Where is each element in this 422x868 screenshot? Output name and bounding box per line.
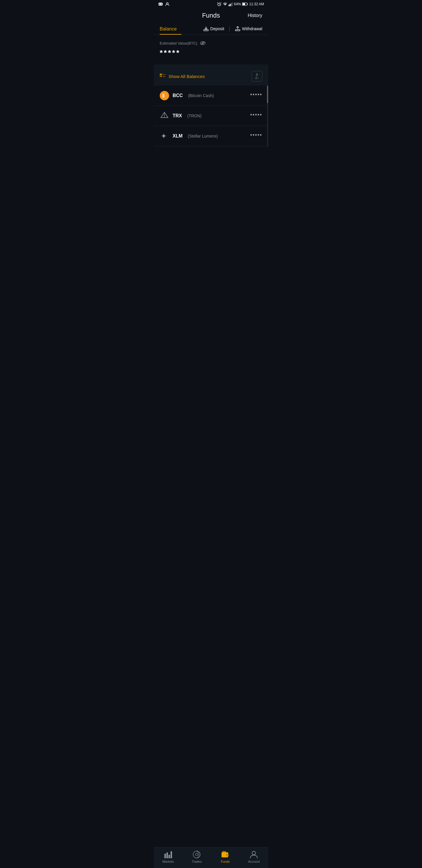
funds-icon xyxy=(221,850,229,859)
svg-rect-17 xyxy=(160,73,162,75)
trades-icon xyxy=(193,850,201,859)
trx-balance: ***** xyxy=(250,113,262,119)
balance-list-icon xyxy=(160,73,166,79)
svg-text:✦: ✦ xyxy=(161,132,166,140)
markets-chart-icon xyxy=(164,851,172,858)
scrollbar-thumb xyxy=(267,86,268,103)
estimated-label: Estimated Value(BTC) xyxy=(160,41,262,45)
coin-item-trx[interactable]: TRX (TRON) ***** xyxy=(154,106,268,126)
svg-point-34 xyxy=(227,855,228,856)
trades-chart-icon xyxy=(193,850,201,859)
bitcoin-cash-logo: ₿ xyxy=(161,93,167,98)
svg-rect-19 xyxy=(163,74,166,75)
bcc-balance: ***** xyxy=(250,93,262,98)
svg-rect-27 xyxy=(168,855,170,858)
account-person-icon xyxy=(250,850,258,859)
xlm-symbol: XLM xyxy=(173,133,183,139)
toggle-visibility-icon[interactable] xyxy=(200,41,206,45)
account-label: Account xyxy=(248,860,260,863)
page-title: Funds xyxy=(202,12,220,19)
tron-logo xyxy=(160,111,169,121)
svg-rect-11 xyxy=(242,3,245,5)
balance-header-left: Show All Balances xyxy=(160,73,204,79)
svg-rect-6 xyxy=(230,4,231,6)
withdrawal-icon xyxy=(235,26,240,31)
svg-point-31 xyxy=(195,853,198,856)
xlm-balance: ***** xyxy=(250,133,262,139)
battery-icon xyxy=(242,2,248,6)
tab-separator: | xyxy=(229,26,230,32)
account-icon xyxy=(250,850,258,859)
svg-point-2 xyxy=(161,4,162,5)
balance-header: Show All Balances AZ↓ xyxy=(154,67,268,86)
nav-trades[interactable]: Trades xyxy=(183,850,211,863)
coin-left-xlm: ✦ XLM (Stellar Lumens) xyxy=(160,131,218,141)
time-display: 11:32 AM xyxy=(249,2,264,6)
status-right: 64% 11:32 AM xyxy=(217,2,264,6)
svg-rect-25 xyxy=(164,854,166,858)
tab-bar: Balance Deposit | Withdrawal xyxy=(154,23,268,35)
deposit-button[interactable]: Deposit xyxy=(203,26,224,31)
coin-list: ₿ BCC (Bitcoin Cash) ***** xyxy=(154,86,268,146)
svg-rect-26 xyxy=(166,852,168,858)
signal-icon xyxy=(229,2,233,6)
history-button[interactable]: History xyxy=(248,13,262,18)
tab-actions: Deposit | Withdrawal xyxy=(203,26,262,32)
svg-rect-5 xyxy=(229,5,229,6)
svg-rect-35 xyxy=(222,851,226,852)
funds-wallet-icon xyxy=(221,850,229,859)
bottom-nav: Markets Trades Funds xyxy=(154,847,268,868)
deposit-icon xyxy=(203,26,209,31)
svg-text:₿: ₿ xyxy=(162,93,164,98)
svg-point-1 xyxy=(159,4,160,5)
coin-left-bcc: ₿ BCC (Bitcoin Cash) xyxy=(160,91,214,100)
trx-name: (TRON) xyxy=(187,114,202,118)
stellar-logo: ✦ xyxy=(160,132,168,140)
xlm-icon: ✦ xyxy=(160,131,169,141)
svg-rect-13 xyxy=(235,30,240,31)
bcc-icon: ₿ xyxy=(160,91,169,100)
funds-label: Funds xyxy=(221,860,230,863)
tab-balance[interactable]: Balance xyxy=(160,23,182,35)
status-bar: 64% 11:32 AM xyxy=(154,0,268,8)
scrollbar xyxy=(267,86,268,146)
coin-item-xlm[interactable]: ✦ XLM (Stellar Lumens) ***** xyxy=(154,126,268,146)
sort-icon: AZ↓ xyxy=(255,73,259,80)
svg-point-36 xyxy=(252,851,256,855)
svg-rect-10 xyxy=(247,3,248,5)
page-header: Funds History xyxy=(154,8,268,23)
coin-item-bcc[interactable]: ₿ BCC (Bitcoin Cash) ***** xyxy=(154,86,268,106)
svg-point-3 xyxy=(166,3,168,4)
trx-icon xyxy=(160,111,169,121)
discord-icon xyxy=(158,2,163,6)
nav-markets[interactable]: Markets xyxy=(154,850,183,863)
sort-button[interactable]: AZ↓ xyxy=(252,71,262,82)
trades-label: Trades xyxy=(192,860,202,863)
markets-icon xyxy=(164,850,172,859)
alarm-icon xyxy=(217,2,222,6)
bcc-name: (Bitcoin Cash) xyxy=(188,93,214,98)
svg-rect-8 xyxy=(232,2,233,6)
wifi-icon xyxy=(223,2,227,6)
withdrawal-button[interactable]: Withdrawal xyxy=(235,26,262,31)
profile-icon xyxy=(165,2,170,6)
svg-rect-20 xyxy=(163,76,166,77)
svg-rect-0 xyxy=(159,3,163,6)
nav-account[interactable]: Account xyxy=(240,850,268,863)
svg-rect-12 xyxy=(204,30,208,31)
nav-funds[interactable]: Funds xyxy=(211,850,240,863)
estimated-value-section: Estimated Value(BTC) ***** xyxy=(154,35,268,67)
estimated-amount: ***** xyxy=(160,49,262,58)
svg-rect-28 xyxy=(170,851,172,858)
svg-rect-7 xyxy=(231,3,232,6)
show-all-balances-label[interactable]: Show All Balances xyxy=(168,74,204,79)
trx-symbol: TRX xyxy=(173,113,182,119)
battery-text: 64% xyxy=(234,2,241,6)
markets-label: Markets xyxy=(162,860,174,863)
bcc-symbol: BCC xyxy=(173,93,183,98)
coin-left-trx: TRX (TRON) xyxy=(160,111,202,121)
svg-rect-18 xyxy=(160,76,162,77)
status-left xyxy=(158,2,170,6)
balance-section: Show All Balances AZ↓ ₿ BCC (Bitcoin Cas… xyxy=(154,67,268,146)
xlm-name: (Stellar Lumens) xyxy=(188,134,218,138)
